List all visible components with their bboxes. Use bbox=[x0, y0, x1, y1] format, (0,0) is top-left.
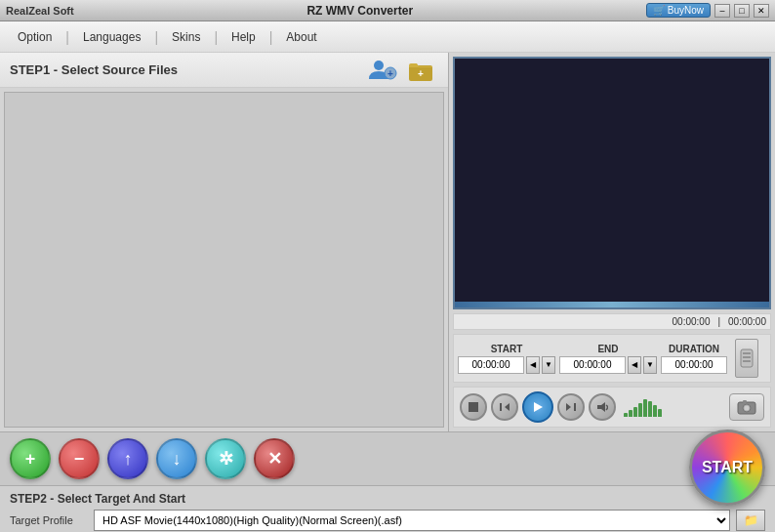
volume-bar bbox=[633, 407, 637, 417]
up-button[interactable]: ↑ bbox=[107, 438, 148, 479]
menu-sep-4: | bbox=[267, 29, 275, 45]
svg-rect-19 bbox=[743, 400, 747, 403]
menu-help[interactable]: Help bbox=[222, 26, 265, 48]
up-icon: ↑ bbox=[124, 449, 133, 470]
cart-icon: 🛒 bbox=[653, 5, 665, 16]
svg-text:+: + bbox=[388, 68, 393, 79]
menu-bar: Option | Languages | Skins | Help | Abou… bbox=[0, 21, 775, 53]
end-input-row: ◀ ▼ bbox=[559, 356, 657, 374]
company-name: RealZeal Soft bbox=[6, 5, 74, 17]
profile-label: Target Profile bbox=[10, 514, 88, 526]
end-next-btn[interactable]: ▼ bbox=[643, 356, 657, 374]
menu-about[interactable]: About bbox=[276, 26, 326, 48]
bottom-tools: + − ↑ ↓ ✲ ✕ bbox=[0, 431, 775, 485]
duration-label: DURATION bbox=[669, 344, 719, 354]
menu-sep-2: | bbox=[152, 29, 160, 45]
menu-languages[interactable]: Languages bbox=[73, 26, 150, 48]
add-button[interactable]: + bbox=[10, 438, 51, 479]
add-file-icon: + bbox=[365, 58, 398, 83]
end-input[interactable] bbox=[559, 356, 626, 374]
right-panel: 00:00:00 | 00:00:00 START ◀ ▼ END bbox=[449, 53, 775, 431]
folder-icon: 📁 bbox=[744, 513, 758, 527]
stop-button[interactable] bbox=[460, 393, 487, 421]
volume-bar bbox=[624, 413, 628, 417]
audio-button[interactable] bbox=[589, 393, 616, 421]
volume-bar bbox=[643, 399, 647, 417]
title-bar-controls: 🛒 BuyNow – □ ✕ bbox=[646, 3, 769, 18]
start-next-btn[interactable]: ▼ bbox=[542, 356, 555, 374]
svg-marker-12 bbox=[534, 402, 543, 412]
volume-bars bbox=[624, 397, 662, 417]
preview-progress[interactable] bbox=[455, 302, 769, 307]
rewind-button[interactable] bbox=[491, 393, 518, 421]
start-label: START bbox=[491, 344, 523, 354]
set-time-button[interactable] bbox=[735, 339, 758, 378]
timecode-bar: 00:00:00 | 00:00:00 bbox=[453, 313, 771, 330]
timecode-total: 00:00:00 bbox=[728, 316, 766, 327]
start-input[interactable] bbox=[458, 356, 524, 374]
down-button[interactable]: ↓ bbox=[156, 438, 197, 479]
duration-group: DURATION bbox=[661, 344, 727, 374]
app-title: RZ WMV Converter bbox=[306, 4, 413, 18]
end-prev-btn[interactable]: ◀ bbox=[628, 356, 641, 374]
maximize-button[interactable]: □ bbox=[734, 4, 750, 18]
remove-icon: − bbox=[74, 449, 85, 470]
menu-sep-1: | bbox=[63, 29, 71, 45]
timecode-current: 00:00:00 bbox=[673, 316, 711, 327]
menu-sep-3: | bbox=[212, 29, 220, 45]
start-input-row: ◀ ▼ bbox=[458, 356, 555, 374]
volume-bar bbox=[653, 405, 657, 417]
menu-option[interactable]: Option bbox=[8, 26, 61, 48]
info-icon: ✲ bbox=[219, 448, 233, 470]
profile-select[interactable]: HD ASF Movie(1440x1080)(High Quality)(No… bbox=[94, 510, 730, 531]
step1-title: STEP1 - Select Source Files bbox=[10, 62, 178, 77]
buynow-button[interactable]: 🛒 BuyNow bbox=[646, 3, 711, 18]
add-folder-icon: + bbox=[407, 58, 434, 83]
info-button[interactable]: ✲ bbox=[205, 438, 246, 479]
start-button[interactable]: START bbox=[689, 430, 765, 506]
add-folder-button[interactable]: + bbox=[403, 57, 438, 84]
step2-title: STEP2 - Select Target And Start bbox=[10, 492, 765, 506]
playback-controls bbox=[453, 387, 771, 428]
svg-rect-14 bbox=[574, 403, 576, 411]
main-content: STEP1 - Select Source Files + bbox=[0, 53, 775, 431]
profile-browse-button[interactable]: 📁 bbox=[736, 510, 765, 531]
volume-bar bbox=[638, 403, 642, 417]
forward-button[interactable] bbox=[557, 393, 585, 421]
svg-text:+: + bbox=[418, 68, 424, 79]
remove-button[interactable]: − bbox=[59, 438, 100, 479]
svg-rect-9 bbox=[469, 402, 478, 412]
minimize-button[interactable]: – bbox=[714, 4, 730, 18]
step2-area: STEP2 - Select Target And Start Target P… bbox=[0, 485, 775, 532]
title-bar: RealZeal Soft RZ WMV Converter 🛒 BuyNow … bbox=[0, 0, 775, 21]
end-group: END ◀ ▼ bbox=[559, 344, 657, 374]
volume-bar bbox=[648, 401, 652, 417]
screenshot-button[interactable] bbox=[729, 393, 764, 421]
duration-input-row bbox=[661, 356, 727, 374]
add-file-button[interactable]: + bbox=[364, 57, 399, 84]
svg-marker-15 bbox=[597, 402, 605, 412]
left-panel: STEP1 - Select Source Files + bbox=[0, 53, 449, 431]
timecode-sep: | bbox=[717, 316, 720, 327]
file-list[interactable] bbox=[4, 92, 444, 428]
play-button[interactable] bbox=[522, 391, 553, 423]
time-controls: START ◀ ▼ END ◀ ▼ DURATION bbox=[453, 334, 771, 383]
clear-button[interactable]: ✕ bbox=[254, 438, 295, 479]
start-button-area: START bbox=[689, 430, 767, 508]
down-icon: ↓ bbox=[173, 449, 182, 470]
start-prev-btn[interactable]: ◀ bbox=[526, 356, 540, 374]
volume-bar bbox=[658, 409, 662, 417]
end-label: END bbox=[597, 344, 618, 354]
duration-input[interactable] bbox=[661, 356, 727, 374]
volume-bar bbox=[629, 410, 632, 417]
profile-row: Target Profile HD ASF Movie(1440x1080)(H… bbox=[10, 510, 765, 531]
close-button[interactable]: ✕ bbox=[754, 4, 769, 18]
svg-marker-10 bbox=[505, 403, 510, 411]
start-group: START ◀ ▼ bbox=[458, 344, 555, 374]
menu-skins[interactable]: Skins bbox=[162, 26, 210, 48]
svg-point-18 bbox=[745, 406, 750, 411]
preview-area bbox=[453, 57, 771, 309]
add-icon: + bbox=[25, 449, 36, 470]
svg-rect-5 bbox=[741, 349, 753, 367]
clear-icon: ✕ bbox=[267, 448, 282, 470]
